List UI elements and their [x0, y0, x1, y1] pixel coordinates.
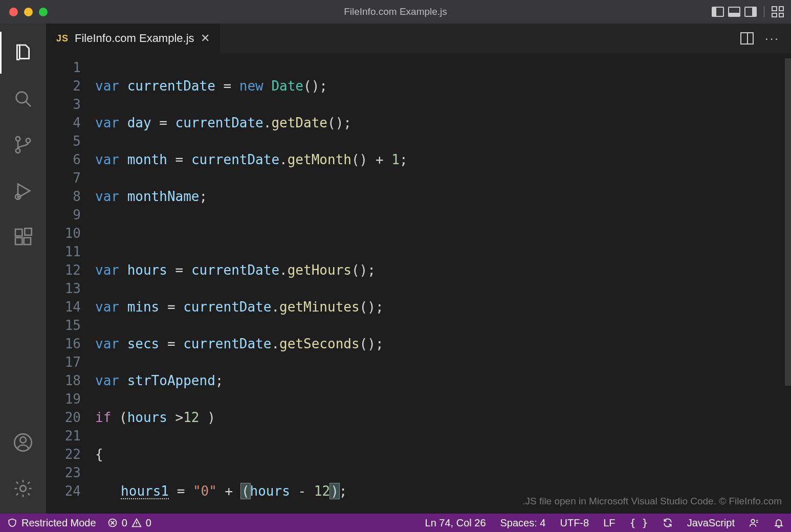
svg-point-18 — [751, 519, 755, 523]
svg-point-4 — [26, 139, 30, 143]
files-icon — [13, 42, 33, 63]
line-number: 19 — [46, 390, 81, 408]
line-number: 1 — [46, 58, 81, 77]
feedback-button[interactable] — [749, 518, 759, 528]
language-mode-button[interactable]: JavaScript — [687, 517, 735, 529]
separator — [764, 6, 764, 17]
line-number: 7 — [46, 169, 81, 187]
text-editor[interactable]: 123456789101112131415161718192021222324 … — [46, 53, 791, 514]
encoding-button[interactable]: UTF-8 — [560, 517, 589, 529]
line-number: 14 — [46, 298, 81, 316]
line-number: 8 — [46, 187, 81, 206]
minimize-window-button[interactable] — [24, 8, 33, 16]
line-number: 18 — [46, 371, 81, 390]
search-tab[interactable] — [0, 76, 46, 122]
shield-icon — [7, 518, 17, 528]
svg-point-12 — [20, 485, 26, 492]
line-number: 16 — [46, 335, 81, 353]
window-title: FileInfo.com Example.js — [344, 6, 447, 17]
line-number: 22 — [46, 445, 81, 463]
account-icon — [13, 432, 33, 453]
close-window-button[interactable] — [9, 8, 18, 16]
bell-icon — [774, 518, 784, 528]
editor-more-button[interactable]: ··· — [765, 31, 780, 46]
accounts-button[interactable] — [0, 419, 46, 465]
notifications-button[interactable] — [774, 518, 784, 528]
cursor-position-button[interactable]: Ln 74, Col 26 — [425, 517, 486, 529]
source-control-tab[interactable] — [0, 122, 46, 168]
svg-line-1 — [26, 102, 31, 106]
line-number: 2 — [46, 77, 81, 95]
error-icon — [107, 518, 118, 528]
svg-rect-8 — [24, 238, 31, 245]
sync-icon — [663, 518, 673, 528]
line-number: 12 — [46, 261, 81, 279]
scrollbar-thumb[interactable] — [785, 58, 791, 386]
customize-layout-button[interactable] — [772, 6, 784, 17]
settings-button[interactable] — [0, 465, 46, 512]
line-number: 4 — [46, 114, 81, 132]
line-number-gutter: 123456789101112131415161718192021222324 — [46, 53, 95, 514]
sync-button[interactable] — [663, 518, 673, 528]
title-bar: FileInfo.com Example.js — [0, 0, 791, 24]
svg-rect-6 — [15, 229, 22, 236]
restricted-mode-button[interactable]: Restricted Mode — [7, 517, 96, 529]
svg-point-2 — [16, 137, 20, 141]
tab-label: FileInfo.com Example.js — [75, 32, 194, 45]
editor-region: JS FileInfo.com Example.js ✕ ··· 1234567… — [46, 24, 791, 514]
warning-icon — [131, 518, 142, 528]
eol-button[interactable]: LF — [603, 517, 615, 529]
explorer-tab[interactable] — [0, 30, 46, 76]
maximize-window-button[interactable] — [39, 8, 48, 16]
toggle-secondary-sidebar-button[interactable] — [744, 7, 757, 17]
window-controls — [0, 8, 48, 16]
split-editor-button[interactable] — [740, 32, 754, 45]
status-bar: Restricted Mode 0 0 Ln 74, Col 26 Spaces… — [0, 514, 791, 532]
code-content: var currentDate = new Date(); var day = … — [95, 53, 791, 514]
problems-button[interactable]: 0 0 — [107, 517, 151, 529]
svg-rect-9 — [25, 228, 31, 235]
svg-point-11 — [20, 437, 26, 443]
line-number: 5 — [46, 132, 81, 150]
js-file-icon: JS — [56, 33, 69, 44]
line-number: 11 — [46, 242, 81, 261]
title-bar-right — [712, 6, 784, 17]
extensions-icon — [13, 227, 33, 247]
run-debug-tab[interactable] — [0, 168, 46, 214]
editor-tabs: JS FileInfo.com Example.js ✕ ··· — [46, 24, 791, 53]
line-number: 13 — [46, 279, 81, 298]
activity-bar — [0, 24, 46, 514]
watermark-text: .JS file open in Microsoft Visual Studio… — [522, 492, 782, 511]
line-number: 23 — [46, 463, 81, 482]
language-picker-brackets-icon[interactable]: { } — [630, 517, 648, 529]
main-area: JS FileInfo.com Example.js ✕ ··· 1234567… — [0, 24, 791, 514]
extensions-tab[interactable] — [0, 214, 46, 260]
line-number: 6 — [46, 150, 81, 169]
feedback-icon — [749, 518, 759, 528]
svg-point-3 — [16, 149, 20, 153]
line-number: 20 — [46, 408, 81, 427]
toggle-panel-button[interactable] — [728, 7, 740, 17]
gear-icon — [13, 478, 33, 499]
tab-example-js[interactable]: JS FileInfo.com Example.js ✕ — [46, 24, 221, 53]
line-number: 3 — [46, 95, 81, 114]
line-number: 24 — [46, 482, 81, 500]
line-number: 21 — [46, 427, 81, 445]
svg-point-0 — [16, 92, 28, 103]
branch-icon — [13, 135, 33, 155]
line-number: 9 — [46, 206, 81, 224]
close-tab-button[interactable]: ✕ — [201, 32, 210, 45]
svg-rect-7 — [15, 238, 22, 245]
indentation-button[interactable]: Spaces: 4 — [500, 517, 546, 529]
search-icon — [13, 88, 33, 109]
line-number: 10 — [46, 224, 81, 242]
toggle-primary-sidebar-button[interactable] — [712, 7, 724, 17]
line-number: 15 — [46, 316, 81, 335]
line-number: 17 — [46, 353, 81, 371]
play-bug-icon — [13, 181, 33, 201]
